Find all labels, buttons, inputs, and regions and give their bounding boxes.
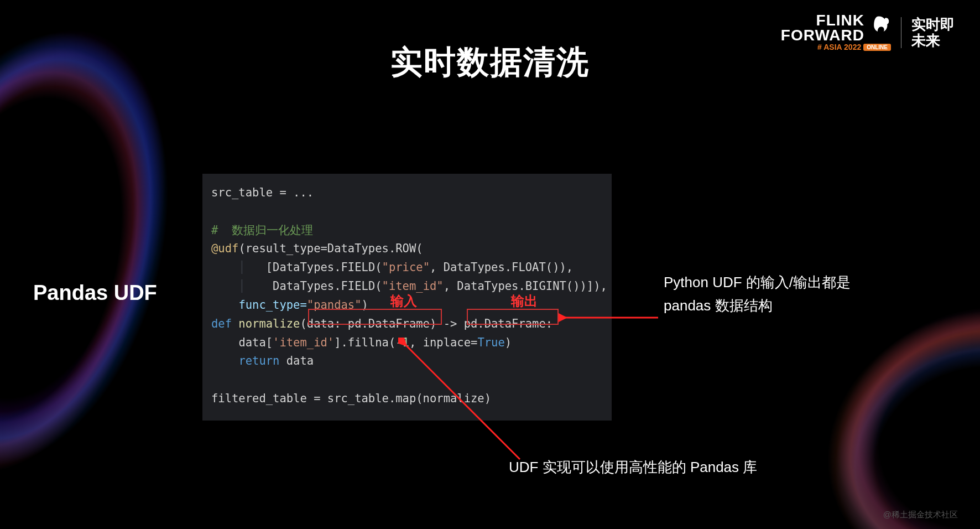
annotation-right-l2: pandas 数据结构 <box>664 294 907 318</box>
highlight-label-input: 输入 <box>390 292 417 310</box>
highlight-label-output: 输出 <box>511 292 538 310</box>
pandas-udf-label: Pandas UDF <box>33 281 157 305</box>
watermark: @稀土掘金技术社区 <box>883 510 958 520</box>
cn-tagline-l1: 实时即 <box>911 17 955 33</box>
annotation-bottom: UDF 实现可以使用高性能的 Pandas 库 <box>509 456 757 479</box>
logo-line1: FLINK <box>781 13 864 28</box>
annotation-right-l1: Python UDF 的输入/输出都是 <box>664 271 907 294</box>
slide-title: 实时数据清洗 <box>0 41 980 84</box>
annotation-right: Python UDF 的输入/输出都是 pandas 数据结构 <box>664 271 907 317</box>
squirrel-icon <box>867 13 891 38</box>
background-swirl-right <box>758 208 980 529</box>
